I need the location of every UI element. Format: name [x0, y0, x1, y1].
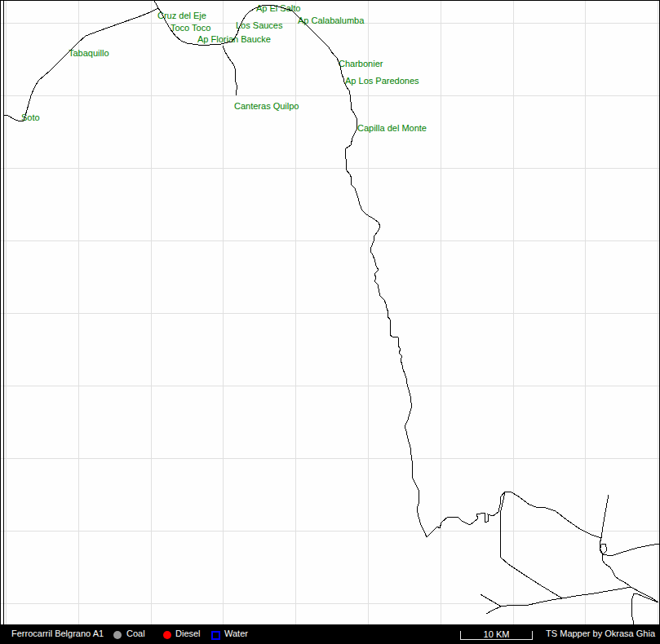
station-label: Los Sauces [236, 21, 282, 30]
map-left-border [3, 1, 4, 624]
station-label: Toco Toco [171, 24, 210, 33]
credit-text: TS Mapper by Okrasa Ghia [546, 629, 655, 638]
water-legend-label: Water [224, 629, 248, 638]
ts-mapper-window: Cruz del EjeToco TocoAp Florian BauckeLo… [0, 0, 660, 644]
status-bar: Ferrocarril Belgrano A1 Coal Diesel Wate… [1, 624, 659, 643]
scale-bar: 10 KM [460, 631, 533, 640]
scale-label: 10 KM [461, 630, 532, 639]
map-canvas[interactable]: Cruz del EjeToco TocoAp Florian BauckeLo… [1, 1, 659, 624]
station-labels-layer: Cruz del EjeToco TocoAp Florian BauckeLo… [1, 1, 659, 624]
route-name: Ferrocarril Belgrano A1 [11, 629, 104, 638]
station-label: Tabaquillo [69, 49, 109, 58]
diesel-legend-label: Diesel [175, 629, 201, 638]
coal-legend-label: Coal [126, 629, 145, 638]
station-label: Ap El Salto [256, 4, 300, 13]
station-label: Cruz del Eje [157, 11, 206, 20]
station-label: Canteras Quilpo [234, 102, 299, 111]
station-label: Ap Florian Baucke [197, 35, 271, 44]
diesel-icon [163, 631, 171, 639]
station-label: Capilla del Monte [357, 124, 427, 133]
station-label: Ap Los Paredones [345, 77, 419, 86]
station-label: Soto [21, 113, 40, 122]
station-label: Ap Calabalumba [298, 16, 364, 25]
water-icon [211, 631, 220, 640]
coal-icon [113, 631, 122, 639]
station-label: Charbonier [339, 60, 383, 68]
